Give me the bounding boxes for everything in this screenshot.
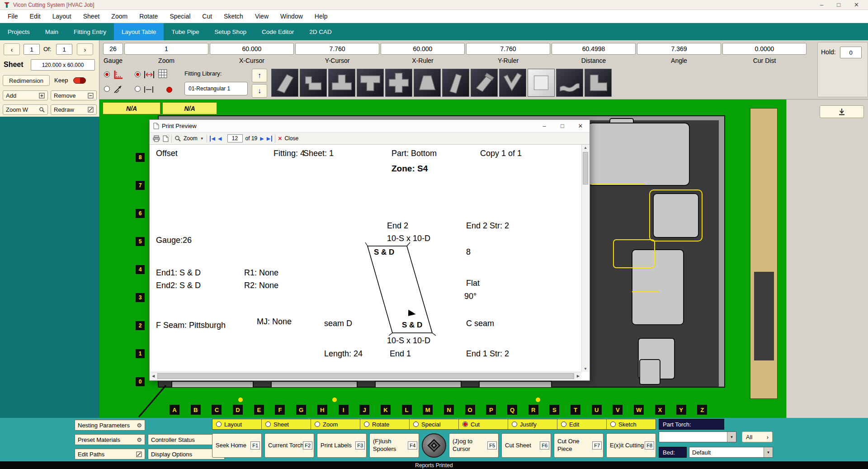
keep-toggle[interactable] [73, 77, 86, 84]
hold-input[interactable]: 0 [840, 47, 862, 58]
dropdown-caret-icon[interactable]: ▼ [764, 447, 773, 457]
fitting-icon-slant[interactable] [442, 69, 469, 97]
add-button[interactable]: Add [3, 90, 48, 100]
fitting-icon-step-elbow[interactable] [585, 69, 612, 97]
tab-layout-table[interactable]: Layout Table [114, 23, 164, 40]
tab-main[interactable]: Main [38, 23, 66, 40]
f-lush-spoolers-button[interactable]: (F)lush Spoolers F4 [369, 433, 419, 458]
mode-sketch-radio[interactable] [610, 422, 616, 427]
scroll-up-icon[interactable]: ▲ [582, 146, 589, 150]
fitting-icon-tee-up[interactable] [328, 69, 355, 97]
next-sheet-button[interactable]: › [77, 43, 93, 55]
maximize-button[interactable]: □ [837, 1, 840, 8]
cut-sheet-button[interactable]: Cut Sheet F6 [501, 433, 551, 458]
tab-code-editor[interactable]: Code Editor [254, 23, 302, 40]
menu-special[interactable]: Special [164, 13, 196, 20]
fitting-icon-tee-down[interactable] [357, 69, 384, 97]
mode-zoom-radio[interactable] [315, 422, 320, 427]
nesting-parameters-button[interactable]: Nesting Parameters⚙ [75, 420, 145, 431]
preview-vertical-scrollbar[interactable]: ▲ ▼ [581, 145, 589, 372]
fitting-icon-offset[interactable] [300, 69, 327, 97]
fitting-up-button[interactable]: ↑ [252, 69, 267, 82]
redraw-button[interactable]: Redraw [51, 104, 97, 115]
mode-justify[interactable]: Justify [508, 419, 557, 429]
menu-edit[interactable]: Edit [24, 13, 47, 20]
mode-layout[interactable]: Layout [212, 419, 262, 429]
prev-page-button[interactable]: ◀ [218, 136, 222, 142]
menu-help[interactable]: Help [309, 13, 334, 20]
vscroll-thumb[interactable] [583, 152, 588, 185]
preview-horizontal-scrollbar[interactable]: ◀ ▶ [150, 372, 581, 380]
seek-home-button[interactable]: Seek Home F1 [212, 433, 262, 458]
jog-pad-button[interactable] [422, 433, 446, 458]
mode-cut-radio[interactable] [462, 422, 468, 427]
menu-sketch[interactable]: Sketch [218, 13, 249, 20]
fitting-library-dropdown[interactable]: 01-Rectangular 1 [184, 82, 248, 95]
scroll-left-icon[interactable]: ◀ [152, 372, 155, 380]
tab-fitting-entry[interactable]: Fitting Entry [66, 23, 114, 40]
fitting-icon-transition[interactable] [414, 69, 441, 97]
preview-minimize-button[interactable]: – [535, 120, 553, 132]
mode-justify-radio[interactable] [512, 422, 517, 427]
print-labels-button[interactable]: Print Labels F3 [317, 433, 367, 458]
page-number-input[interactable]: 12 [227, 134, 243, 142]
redimension-button[interactable]: Redimension [3, 75, 50, 86]
fitting-icon-flanged-elbow[interactable] [471, 69, 498, 97]
sheet-number-input[interactable]: 1 [24, 44, 40, 55]
preview-maximize-button[interactable]: □ [553, 120, 571, 132]
fitting-icon-vee[interactable] [499, 69, 526, 97]
menu-sheet[interactable]: Sheet [77, 13, 106, 20]
fitting-icon-blank-panel[interactable] [528, 69, 555, 97]
angle-mode-radio[interactable] [104, 86, 110, 92]
menu-rotate[interactable]: Rotate [133, 13, 164, 20]
page-setup-icon[interactable] [163, 135, 169, 142]
mode-edit[interactable]: Edit [557, 419, 607, 429]
menu-cut[interactable]: Cut [196, 13, 218, 20]
scroll-down-icon[interactable]: ▼ [582, 367, 589, 371]
prev-sheet-button[interactable]: ‹ [4, 43, 20, 55]
na-tab-2[interactable]: N/A [162, 102, 217, 114]
all-torches-button[interactable]: All › [742, 431, 773, 442]
preset-materials-button[interactable]: Preset Materials⚙ [75, 434, 145, 445]
height-mode-radio[interactable] [135, 86, 141, 92]
zoom-window-button[interactable]: Zoom W [3, 104, 48, 115]
mode-layout-radio[interactable] [216, 422, 222, 427]
remove-button[interactable]: Remove [51, 90, 97, 100]
fitting-icon-cross[interactable] [385, 69, 412, 97]
fitting-icon-elbow[interactable] [271, 69, 298, 97]
edit-paths-button[interactable]: Edit Paths [75, 449, 145, 460]
scroll-right-icon[interactable]: ▶ [577, 372, 580, 380]
e-x-it-cutting-button[interactable]: E(x)it Cutting F8 [606, 433, 656, 458]
print-preview-titlebar[interactable]: Print Preview – □ ✕ [150, 120, 590, 133]
mode-sheet[interactable]: Sheet [262, 419, 311, 429]
menu-window[interactable]: Window [274, 13, 309, 20]
tab-setup-shop[interactable]: Setup Shop [207, 23, 254, 40]
hscroll-thumb[interactable] [157, 373, 574, 379]
grid-icon[interactable] [158, 69, 167, 78]
print-icon[interactable] [153, 135, 160, 142]
menu-file[interactable]: File [2, 13, 24, 20]
tab-projects[interactable]: Projects [0, 23, 38, 40]
minimize-button[interactable]: – [820, 1, 823, 8]
current-torch-button[interactable]: Current Torch F2 [264, 433, 314, 458]
mode-special-radio[interactable] [413, 422, 419, 427]
ruler-mode-radio[interactable] [104, 71, 110, 77]
sheet-total-input[interactable]: 1 [56, 44, 72, 55]
first-page-button[interactable]: ◀ [210, 136, 215, 142]
last-page-button[interactable]: ▶ [267, 136, 272, 142]
close-preview-button[interactable]: Close [284, 135, 298, 142]
mode-rotate[interactable]: Rotate [360, 419, 410, 429]
menu-zoom[interactable]: Zoom [105, 13, 133, 20]
dock-down-button[interactable] [820, 105, 864, 118]
mode-cut[interactable]: Cut [459, 419, 508, 429]
close-button[interactable]: ✕ [854, 1, 859, 8]
width-mode-radio[interactable] [135, 71, 141, 77]
bed-dropdown[interactable]: Default ▼ [689, 447, 773, 458]
preview-close-button[interactable]: ✕ [571, 120, 590, 132]
j-og-to-cursor-button[interactable]: (J)og to Cursor F5 [449, 433, 499, 458]
mode-zoom[interactable]: Zoom [311, 419, 360, 429]
zoom-dropdown[interactable]: Zoom [184, 135, 198, 142]
tab-tube-pipe[interactable]: Tube Pipe [164, 23, 207, 40]
na-tab-1[interactable]: N/A [103, 102, 160, 114]
sheet-size-input[interactable]: 120.000 x 60.000 [31, 59, 95, 71]
